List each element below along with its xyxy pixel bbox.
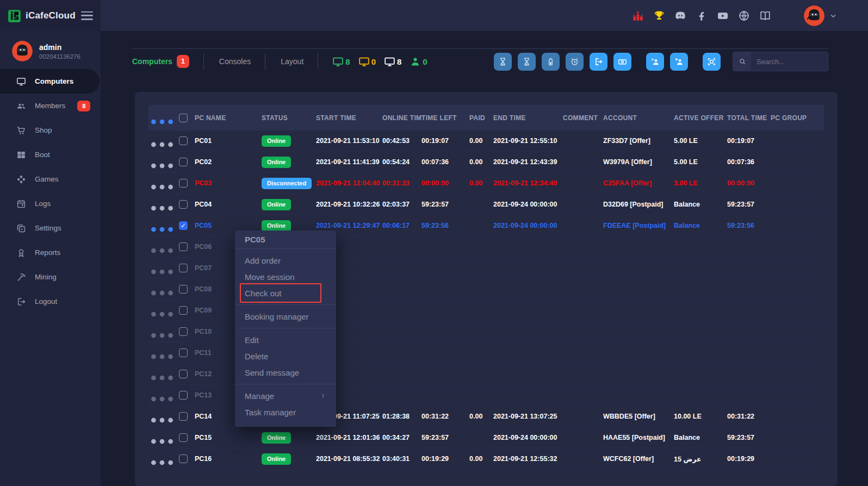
context-menu-item-task-manager[interactable]: Task manager [235, 404, 336, 420]
row-checkbox[interactable] [179, 348, 188, 357]
hourglass-icon [498, 57, 507, 66]
pc-name[interactable]: PC11 [195, 349, 212, 357]
pc-name[interactable]: PC12 [195, 370, 212, 378]
row-checkbox[interactable]: ✓ [179, 221, 188, 230]
pc-name[interactable]: PC07 [195, 264, 212, 272]
globe-icon[interactable] [738, 10, 750, 22]
context-menu-item-delete[interactable]: Delete [235, 348, 336, 364]
row-checkbox[interactable] [179, 306, 188, 315]
discord-icon[interactable] [674, 10, 686, 22]
hourglass2-button[interactable] [518, 53, 536, 71]
row-checkbox[interactable] [179, 433, 188, 442]
calendar-icon [16, 199, 26, 209]
hourglass-button[interactable] [494, 53, 512, 71]
sidebar-item-logs[interactable]: Logs [0, 191, 101, 216]
sidebar-item-settings[interactable]: Settings [0, 216, 101, 240]
cell-total: 00:31:22 [727, 413, 771, 420]
context-menu-item-booking-manager[interactable]: Booking manager [235, 308, 336, 325]
search-input[interactable] [751, 58, 828, 66]
cell-online: 00:54:24 [382, 158, 421, 166]
cell-account: ZF33D7 [Offer] [603, 137, 674, 145]
tab-computers[interactable]: Computers1 [132, 55, 203, 68]
table-row: PC04Online2021-09-21 10:32:2602:03:3759:… [148, 194, 824, 215]
sidebar-item-shop[interactable]: Shop [0, 118, 101, 142]
sidebar-item-reports[interactable]: Reports [0, 240, 101, 265]
context-menu-item-move-session[interactable]: Move session [235, 269, 336, 285]
cell-end: 2021-09-24 00:00:00 [493, 434, 563, 441]
pc-name[interactable]: PC02 [195, 158, 212, 166]
row-checkbox[interactable] [179, 285, 188, 294]
sidebar-avatar[interactable] [12, 41, 33, 61]
facebook-icon[interactable] [696, 10, 708, 22]
row-checkbox[interactable] [179, 412, 188, 421]
screenshot-icon [707, 57, 716, 66]
trophy-icon[interactable] [653, 10, 665, 22]
row-checkbox[interactable] [179, 179, 188, 188]
checkout-button[interactable] [590, 53, 607, 71]
user-name: admin [39, 43, 80, 52]
sidebar-item-games[interactable]: Games [0, 167, 101, 191]
cash-button[interactable] [613, 53, 631, 71]
battery-button[interactable] [542, 53, 560, 71]
row-checkbox[interactable] [179, 264, 188, 272]
screenshot-button[interactable] [703, 53, 721, 71]
add-member-button[interactable] [670, 53, 688, 71]
row-checkbox[interactable] [179, 454, 188, 463]
sidebar-item-computers[interactable]: Computers [0, 69, 100, 94]
context-menu-group: Add orderMove sessionCheck out [235, 249, 336, 305]
alarm-button[interactable] [566, 53, 584, 71]
pc-name[interactable]: PC10 [195, 328, 212, 335]
pc-name[interactable]: PC06 [195, 243, 212, 251]
alarm-icon [570, 57, 579, 66]
gamepad-icon [16, 175, 26, 184]
add-guest-button[interactable] [646, 53, 664, 71]
pc-name[interactable]: PC14 [195, 413, 212, 420]
tab-label: Layout [281, 57, 303, 66]
select-all-checkbox[interactable] [179, 114, 188, 122]
table-row: PC01Online2021-09-21 11:53:1000:42:5300:… [148, 130, 824, 152]
row-checkbox[interactable] [179, 327, 188, 336]
context-menu-item-edit[interactable]: Edit [235, 332, 336, 348]
context-menu-item-manage[interactable]: Manage [235, 388, 336, 404]
tab-consoles[interactable]: Consoles [216, 57, 265, 66]
cell-start: 2021-09-21 10:32:26 [316, 201, 382, 208]
table-row: PC02Online2021-09-21 11:41:3900:54:2400:… [148, 152, 824, 173]
pc-name[interactable]: PC03 [195, 179, 212, 187]
sidebar-item-members[interactable]: Members8 [0, 94, 101, 118]
cell-account: HAAE55 [Postpaid] [603, 434, 674, 441]
context-menu-item-add-order[interactable]: Add order [235, 252, 336, 269]
pc-name[interactable]: PC01 [195, 137, 212, 145]
row-checkbox[interactable] [179, 370, 188, 378]
counter-value: 0 [423, 57, 427, 66]
youtube-icon[interactable] [717, 10, 729, 22]
cell-total: 59:23:57 [727, 434, 771, 441]
three-dots-icon[interactable] [148, 449, 176, 476]
sidebar-item-mining[interactable]: Mining [0, 265, 101, 289]
book-icon[interactable] [759, 10, 771, 22]
pc-name[interactable]: PC04 [195, 201, 212, 208]
row-checkbox[interactable] [179, 242, 188, 251]
tab-layout[interactable]: Layout [277, 57, 318, 66]
row-checkbox[interactable] [179, 200, 188, 209]
account-menu[interactable] [804, 0, 838, 31]
podium-icon[interactable] [632, 10, 644, 22]
avatar[interactable] [804, 5, 824, 26]
pc-name[interactable]: PC09 [195, 307, 212, 314]
sidebar-item-label: Boot [35, 151, 50, 159]
cell-start: 2021-09-21 11:53:10 [316, 137, 382, 145]
pc-name[interactable]: PC08 [195, 285, 212, 293]
sidebar-item-logout[interactable]: Logout [0, 289, 101, 314]
row-checkbox[interactable] [179, 158, 188, 166]
sidebar-item-boot[interactable]: Boot [0, 142, 101, 167]
brand-header: iCafeCloud [0, 0, 101, 31]
pc-name[interactable]: PC15 [195, 434, 212, 441]
context-menu-item-check-out[interactable]: Check out [235, 285, 336, 301]
pc-name[interactable]: PC05 [195, 222, 212, 229]
row-checkbox[interactable] [179, 391, 188, 400]
context-menu-item-send-message[interactable]: Send message [235, 364, 336, 381]
row-checkbox[interactable] [179, 136, 188, 145]
cell-offer: 5.00 LE [674, 158, 727, 166]
pc-name[interactable]: PC13 [195, 391, 212, 399]
pc-name[interactable]: PC16 [195, 455, 212, 463]
menu-toggle-button[interactable] [81, 11, 93, 20]
